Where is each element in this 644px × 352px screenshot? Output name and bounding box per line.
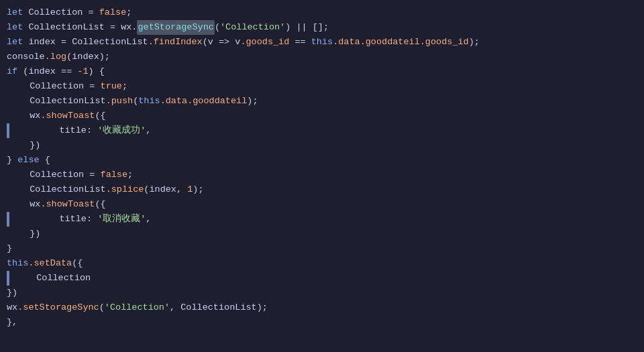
code-line-15: title: '取消收藏',: [0, 212, 644, 227]
bool-false: false: [99, 5, 127, 20]
var-collection: Collection: [28, 5, 88, 20]
code-line-8: wx.showToast({: [0, 109, 644, 123]
code-line-10: }): [0, 138, 644, 153]
code-line-9: title: '收藏成功',: [0, 123, 644, 138]
code-line-21: wx.setStorageSync('Collection', Collecti…: [0, 300, 644, 315]
code-line-2: let CollectionList = wx.getStorageSync('…: [0, 20, 644, 35]
code-line-5: if (index == -1) {: [0, 64, 644, 79]
code-line-20: }): [0, 286, 644, 300]
code-line-3: let index = CollectionList.findIndex(v =…: [0, 35, 644, 50]
code-line-4: console.log(index);: [0, 50, 644, 64]
code-line-1: let Collection = false;: [0, 5, 644, 20]
code-line-16: }): [0, 227, 644, 241]
code-line-6: Collection = true;: [0, 79, 644, 94]
code-editor: let Collection = false; let CollectionLi…: [0, 0, 644, 335]
op-eq: =: [89, 5, 99, 20]
code-line-12: Collection = false;: [0, 168, 644, 182]
code-line-18: this.setData({: [0, 256, 644, 271]
code-line-14: wx.showToast({: [0, 197, 644, 212]
code-line-19: Collection: [0, 271, 644, 286]
code-line-7: CollectionList.push(this.data.gooddateil…: [0, 94, 644, 109]
code-line-17: }: [0, 241, 644, 256]
code-line-22: },: [0, 315, 644, 330]
code-line-13: CollectionList.splice(index, 1);: [0, 182, 644, 197]
keyword-let: let: [7, 5, 28, 20]
code-line-11: } else {: [0, 153, 644, 168]
